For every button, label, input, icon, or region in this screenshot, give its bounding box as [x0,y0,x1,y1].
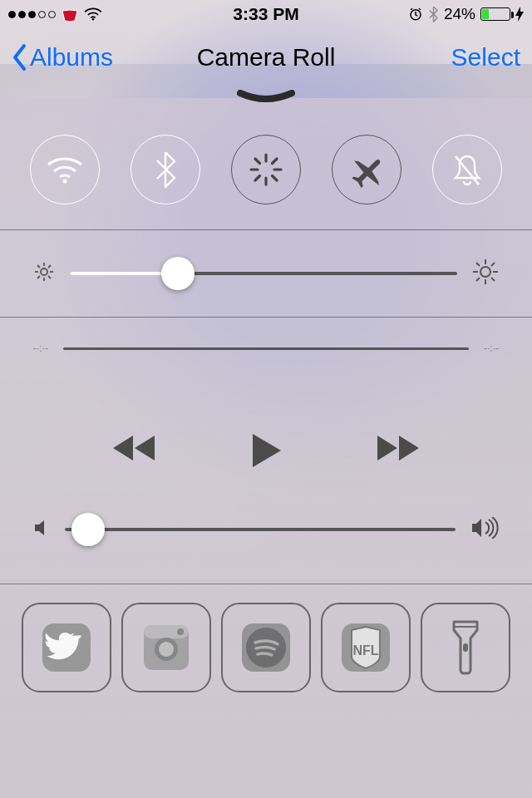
svg-line-17 [37,265,40,268]
toggle-row [0,98,532,229]
wifi-icon [84,7,102,21]
loading-toggle[interactable] [231,135,301,204]
svg-point-21 [480,267,490,277]
back-label: Albums [30,43,113,71]
wifi-toggle[interactable] [30,135,100,204]
svg-line-28 [491,263,495,266]
svg-point-34 [159,642,174,657]
play-button[interactable] [249,432,283,472]
alarm-icon [408,7,423,22]
fast-forward-button[interactable] [374,432,422,472]
rewind-button[interactable] [110,432,158,472]
svg-point-0 [92,18,95,21]
svg-line-9 [273,159,278,164]
charging-icon [515,7,524,22]
brightness-high-icon [472,259,499,288]
media-controls [0,362,532,497]
scrub-end-icon: -·:·- [484,342,499,354]
svg-line-18 [48,276,51,278]
svg-point-35 [177,628,184,635]
volume-high-icon [470,517,499,542]
quick-nfl[interactable]: NFL [321,603,411,692]
scrub-start-icon: -·:·- [33,342,48,354]
svg-line-8 [273,176,278,181]
quick-spotify[interactable] [221,603,311,692]
quick-flashlight[interactable] [421,603,510,692]
back-button[interactable]: Albums [12,43,113,71]
mute-toggle[interactable] [432,135,502,204]
status-time: 3:33 PM [233,4,298,24]
svg-line-10 [255,176,260,181]
quick-launch-row: NFL [0,584,532,692]
page-title: Camera Roll [197,43,336,71]
volume-slider[interactable] [0,497,532,584]
carrier-chiefs-icon [61,7,79,21]
quick-instagram[interactable] [121,603,211,692]
airplane-toggle[interactable] [332,135,401,204]
svg-line-26 [476,263,480,266]
battery-icon [480,7,510,21]
brightness-low-icon [33,261,55,286]
svg-point-2 [63,180,67,184]
volume-track[interactable] [65,528,456,531]
brightness-slider[interactable] [0,230,532,317]
scrubber[interactable]: -·:·- -·:·- [0,318,532,362]
quick-twitter[interactable] [22,603,111,692]
status-bar: 3:33 PM 24% [0,0,532,28]
battery-pct: 24% [444,5,475,23]
volume-low-icon [33,519,50,540]
svg-line-27 [491,278,495,281]
bluetooth-toggle[interactable] [131,135,200,204]
signal-strength [8,11,56,18]
svg-point-12 [41,268,47,275]
svg-rect-40 [463,643,468,652]
svg-line-19 [48,265,51,268]
svg-text:NFL: NFL [352,643,378,658]
control-center: -·:·- -·:·- [0,98,532,798]
svg-line-29 [476,278,480,281]
brightness-track[interactable] [70,272,457,275]
svg-line-20 [37,276,40,278]
svg-line-7 [255,159,260,164]
nav-bar: Albums Camera Roll Select [0,28,532,86]
select-button[interactable]: Select [451,43,520,71]
bluetooth-icon [428,6,439,22]
